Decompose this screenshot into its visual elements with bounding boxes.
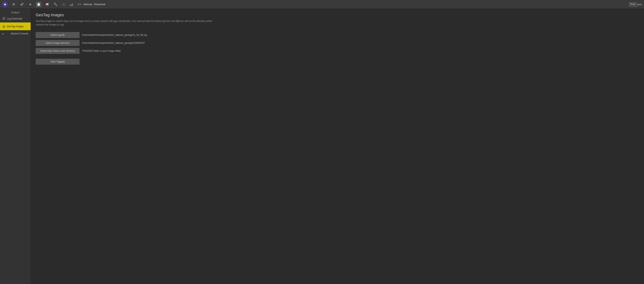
log-download-icon: ☰ [2, 17, 5, 20]
toolbar: ◆ ⚙ 🔗 ➤ 📋 📢 🔧 🎥 N/A Manual Disarmed [0, 0, 644, 9]
video-icon[interactable]: 🎥 [61, 1, 66, 7]
main-layout: Analyze ☰ Log Download ◎ GeoTag Images ▶… [0, 9, 644, 284]
px4-label: PX4 [629, 2, 637, 6]
sidebar-section-label: Analyze [0, 9, 31, 15]
select-save-button[interactable]: (Optionally) Select save directory [36, 48, 80, 54]
analyze-icon[interactable]: 📋 [36, 1, 42, 7]
page-description: GeoTag Images is used to tag a set of im… [36, 19, 215, 26]
select-log-button[interactable]: Select log file [36, 32, 80, 38]
pro-label: pro [638, 3, 642, 6]
speaker-icon[interactable]: 📢 [44, 1, 50, 7]
select-image-button[interactable]: Select image directory [36, 40, 80, 46]
toolbar-status: N/A Manual Disarmed [77, 3, 105, 6]
sidebar: Analyze ☰ Log Download ◎ GeoTag Images ▶… [0, 9, 31, 284]
save-directory-path: /TAGGED folder in your image folder [82, 49, 121, 52]
content-area: GeoTag Images GeoTag Images is used to t… [31, 9, 644, 284]
qgc-logo-icon[interactable]: ◆ [2, 1, 8, 7]
sidebar-item-mavlink-console[interactable]: ▶ Mavlink Console [0, 30, 31, 37]
toolbar-right: PX4 pro [629, 2, 642, 6]
log-file-path: /Users/kabir/Development/test_dataset_ge… [82, 34, 147, 36]
plan-icon[interactable]: ➤ [28, 1, 33, 7]
vehicle-setup-icon[interactable]: 🔗 [19, 1, 25, 7]
signal-bars [69, 3, 73, 6]
settings-icon[interactable]: ⚙ [11, 1, 16, 7]
sidebar-label-mavlink-console: Mavlink Console [11, 32, 28, 35]
select-save-row: (Optionally) Select save directory /TAGG… [36, 48, 639, 54]
geotag-icon: ◎ [2, 24, 5, 28]
sidebar-label-geotag-images: GeoTag Images [7, 25, 24, 28]
start-tagging-row: Start Tagging [36, 56, 639, 65]
brand-logo: PX4 pro [629, 2, 642, 6]
sidebar-item-geotag-images[interactable]: ◎ GeoTag Images [0, 22, 31, 30]
start-tagging-button[interactable]: Start Tagging [36, 59, 80, 65]
select-log-row: Select log file /Users/kabir/Development… [36, 32, 639, 38]
sidebar-item-log-download[interactable]: ☰ Log Download [0, 15, 31, 22]
mavlink-console-arrow: ▶ [2, 33, 4, 35]
na-status: N/A [77, 3, 82, 6]
armed-status: Disarmed [94, 3, 105, 6]
toolbar-left: ◆ ⚙ 🔗 ➤ 📋 📢 🔧 🎥 N/A Manual Disarmed [2, 1, 629, 7]
mode-status: Manual [84, 3, 92, 6]
wrench-icon[interactable]: 🔧 [52, 1, 58, 7]
sidebar-label-log-download: Log Download [7, 17, 22, 20]
select-image-row: Select image directory /Users/kabir/Deve… [36, 40, 639, 46]
page-title: GeoTag Images [36, 13, 639, 17]
image-directory-path: /Users/kabir/Development/test_dataset_ge… [82, 42, 145, 44]
